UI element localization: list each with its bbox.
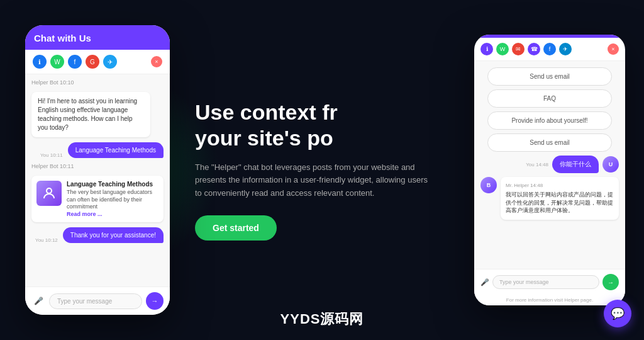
footer-text: For more information visit Helper page.: [474, 295, 625, 305]
send-button[interactable]: →: [146, 292, 164, 310]
phone-icon-right[interactable]: ☎: [528, 43, 540, 55]
bot-bubble-1: Hi! I'm here to assist you in learning E…: [31, 92, 150, 137]
right-user-time: You 14:48: [526, 162, 548, 167]
info-icon[interactable]: ℹ: [33, 55, 47, 69]
user-time-1: You 10:11: [40, 152, 63, 158]
telegram-icon-right[interactable]: ✈: [559, 43, 572, 55]
close-icon-right[interactable]: ×: [608, 43, 619, 55]
right-message-input[interactable]: Type your message: [492, 275, 599, 289]
watermark: YYDS源码网: [280, 310, 364, 329]
google-icon[interactable]: G: [86, 55, 99, 69]
chat-title: Chat with Us: [34, 33, 91, 43]
whatsapp-icon[interactable]: W: [50, 55, 64, 69]
right-user-bubble: 你能干什么: [552, 156, 599, 173]
bot-reply-text: 我可以回答关于网站内容或产品的问题，提供个性化的回复，开解决常见问题，帮助提高客…: [506, 191, 614, 215]
rich-card-content: Language Teaching Methods The very best …: [67, 181, 158, 217]
user-message-row-2: You 10:12 Thank you for your assistance!: [31, 227, 164, 243]
left-phone: Chat with Us ℹ W f G ✈ × Helper Bot 10:1…: [25, 25, 170, 315]
center-content: Use context fr your site's po The "Helpe…: [170, 99, 474, 241]
facebook-icon-right[interactable]: f: [543, 43, 556, 55]
right-icons-row: ℹ W ✉ ☎ f ✈ ×: [474, 38, 625, 61]
suggestion-btn-1[interactable]: Send us email: [487, 67, 612, 86]
email-icon-right[interactable]: ✉: [512, 43, 525, 55]
title-line-2: your site's po: [195, 125, 449, 151]
chat-body: Helper Bot 10:10 Hi! I'm here to assist …: [25, 74, 170, 286]
message-input[interactable]: Type your message: [49, 293, 142, 309]
get-started-button[interactable]: Get started: [195, 215, 277, 241]
user-bubble-1: Language Teaching Methods: [68, 142, 164, 158]
bot-name-time: Mr. Helper 14:48: [506, 182, 614, 189]
right-user-row: You 14:48 你能干什么 U: [480, 156, 619, 173]
mic-icon-right[interactable]: 🎤: [480, 278, 489, 286]
user-avatar: U: [602, 156, 619, 173]
right-chat-body: Send us email FAQ Provide info about you…: [474, 61, 625, 269]
close-icon[interactable]: ×: [151, 56, 162, 67]
social-icons-row: ℹ W f G ✈ ×: [25, 50, 170, 74]
user-time-2: You 10:12: [35, 237, 58, 243]
mic-icon[interactable]: 🎤: [31, 294, 45, 308]
chat-fab-button[interactable]: 💬: [604, 300, 631, 327]
right-input-row: 🎤 Type your message →: [474, 269, 625, 295]
right-phone: ℹ W ✉ ☎ f ✈ × Send us email FAQ Provide …: [474, 35, 625, 305]
rich-card-image: [36, 181, 62, 206]
suggestion-btn-4[interactable]: Send us email: [487, 133, 612, 152]
svg-point-0: [47, 188, 52, 193]
main-title: Use context fr your site's po: [195, 99, 449, 151]
bot-label-2: Helper Bot 10:11: [31, 163, 164, 169]
suggestion-btn-2[interactable]: FAQ: [487, 89, 612, 108]
main-description: The "Helper" chat bot leverages posts fr…: [195, 161, 434, 200]
twitter-icon[interactable]: ✈: [103, 55, 117, 69]
whatsapp-icon-right[interactable]: W: [496, 43, 509, 55]
read-more-link[interactable]: Read more ...: [67, 211, 158, 217]
rich-card: Language Teaching Methods The very best …: [31, 176, 164, 222]
facebook-icon[interactable]: f: [68, 55, 82, 69]
bot-label-1: Helper Bot 10:10: [31, 79, 164, 86]
suggestion-btn-3[interactable]: Provide info about yourself!: [487, 111, 612, 130]
title-line-1: Use context fr: [195, 99, 449, 125]
rich-card-title: Language Teaching Methods: [67, 181, 158, 188]
bot-avatar: B: [480, 177, 497, 193]
input-row: 🎤 Type your message →: [25, 286, 170, 315]
info-icon-right[interactable]: ℹ: [480, 43, 493, 55]
right-send-button[interactable]: →: [602, 274, 619, 290]
user-bubble-2: Thank you for your assistance!: [63, 227, 164, 243]
user-message-row-1: You 10:11 Language Teaching Methods: [31, 142, 164, 158]
bot-reply-bubble: Mr. Helper 14:48 我可以回答关于网站内容或产品的问题，提供个性化…: [501, 177, 619, 220]
chat-header: Chat with Us: [25, 25, 170, 50]
bot-reply-row: B Mr. Helper 14:48 我可以回答关于网站内容或产品的问题，提供个…: [480, 177, 619, 220]
rich-card-text: The very best language educators can oft…: [67, 189, 158, 211]
